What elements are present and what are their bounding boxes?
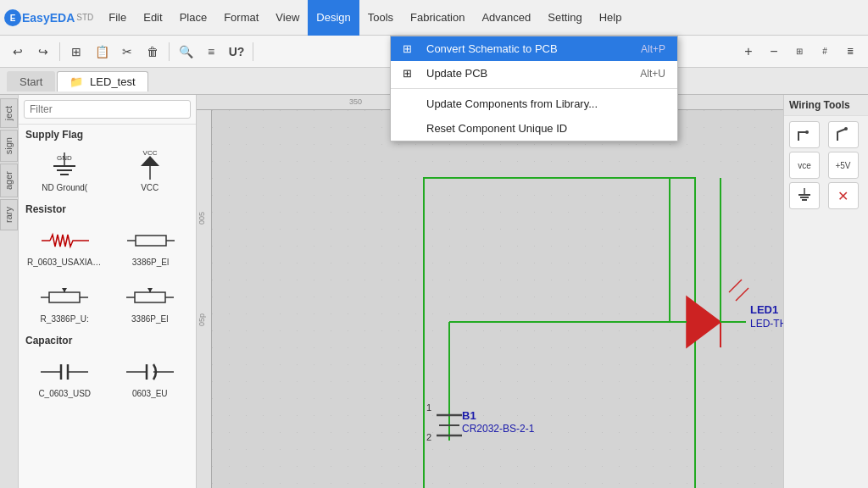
left-tab-manager[interactable]: ager: [0, 164, 18, 197]
app-logo: E EasyEDA STD: [3, 8, 93, 27]
convert-schematic-icon: ⊞: [403, 42, 420, 55]
svg-text:CR2032-BS-2-1: CR2032-BS-2-1: [462, 423, 535, 435]
menu-edit[interactable]: Edit: [135, 0, 170, 36]
wiring-btn-close[interactable]: ✕: [828, 182, 859, 209]
menu-view[interactable]: View: [267, 0, 308, 36]
tab-led-test-label: LED_test: [90, 75, 135, 88]
filter-input[interactable]: [24, 100, 191, 119]
update-pcb-label: Update PCB: [426, 67, 640, 80]
supply-flag-grid: GND ND Ground( VCC VCC: [19, 142, 196, 199]
tab-led-test[interactable]: 📁 LED_test: [57, 71, 147, 92]
menu-place[interactable]: Place: [171, 0, 216, 36]
section-capacitor: Capacitor: [19, 330, 196, 348]
toolbar-cut[interactable]: ✂: [115, 40, 139, 64]
vce-label: vce: [798, 161, 811, 170]
component-c-0603-eu[interactable]: 0603_EU: [109, 352, 192, 402]
5v-label: +5V: [835, 161, 850, 170]
r-0603-us-symbol: [40, 224, 91, 258]
toolbar-copy[interactable]: ⊞: [64, 40, 88, 64]
convert-schematic-label: Convert Schematic to PCB: [426, 42, 641, 55]
menu-help[interactable]: Help: [591, 0, 631, 36]
dropdown-update-pcb[interactable]: ⊞ Update PCB Alt+U: [391, 61, 677, 86]
filter-area: [19, 95, 196, 125]
canvas-area[interactable]: 350 005 05p B1 CR2032-BS-2-1: [197, 95, 783, 488]
svg-text:GND: GND: [57, 154, 72, 162]
ruler-mark-350: 350: [349, 97, 362, 106]
r-axial-symbol: [125, 224, 176, 258]
vcc-label: VCC: [141, 183, 159, 192]
component-c-0603-us[interactable]: C_0603_USD: [24, 352, 106, 402]
wiring-btn-vce[interactable]: vce: [789, 152, 820, 179]
svg-marker-8: [141, 156, 159, 166]
toolbar-fit[interactable]: ⊞: [787, 40, 811, 64]
menu-fabrication[interactable]: Fabrication: [402, 0, 473, 36]
toolbar-paste[interactable]: 📋: [90, 40, 114, 64]
r-3386p-u-label: R_3386P_U:: [41, 314, 89, 324]
dropdown-convert-schematic[interactable]: ⊞ Convert Schematic to PCB Alt+P: [391, 36, 677, 61]
menu-file[interactable]: File: [100, 0, 135, 36]
app-name: EasyEDA: [22, 11, 75, 25]
toolbar-zoom-in[interactable]: +: [737, 40, 760, 64]
c-0603-us-label: C_0603_USD: [38, 389, 91, 398]
toolbar-search[interactable]: 🔍: [174, 40, 198, 64]
wiring-btn-corner[interactable]: [789, 121, 820, 148]
menu-tools[interactable]: Tools: [359, 0, 402, 36]
component-panel: Supply Flag GND ND Ground(: [19, 95, 197, 488]
menu-advanced[interactable]: Advanced: [473, 0, 539, 36]
toolbar-zoom-out[interactable]: −: [762, 40, 786, 64]
menu-design[interactable]: Design: [308, 0, 359, 36]
wiring-btn-bus[interactable]: [828, 121, 859, 148]
component-vcc[interactable]: VCC VCC: [109, 146, 192, 196]
toolbar-sep1: [59, 42, 60, 61]
component-r-axial[interactable]: 3386P_El: [110, 220, 191, 270]
toolbar-align[interactable]: ≡: [199, 40, 223, 64]
component-r-3386p-e[interactable]: 3386P_El: [109, 277, 192, 327]
wiring-panel-title: Wiring Tools: [784, 95, 868, 116]
menu-format[interactable]: Format: [215, 0, 267, 36]
wiring-panel: Wiring Tools vce +5V: [783, 95, 868, 488]
toolbar-redo[interactable]: ↪: [31, 40, 55, 64]
toolbar-layer[interactable]: ≣: [838, 40, 862, 64]
svg-text:LED-TH-5mm: LED-TH-5mm: [750, 318, 783, 330]
app-variant: STD: [76, 13, 93, 22]
ruler-mark-v1: 005: [198, 212, 206, 225]
toolbar-sep3: [253, 42, 253, 61]
corner-wire-icon: [795, 125, 814, 144]
r-3386p-u-symbol: [39, 280, 90, 314]
left-tab-design[interactable]: sign: [0, 130, 18, 162]
svg-text:1: 1: [426, 402, 431, 413]
r-0603-us-label: R_0603_USAXIAL-0.4_: [27, 258, 103, 267]
dropdown-reset-id[interactable]: Reset Component Unique ID: [391, 116, 677, 141]
component-r-3386p-u[interactable]: R_3386P_U:: [24, 277, 106, 327]
svg-rect-21: [135, 292, 165, 302]
update-components-label: Update Components from Library...: [426, 97, 665, 110]
component-r-0603-us[interactable]: R_0603_USAXIAL-0.4_: [24, 220, 107, 270]
tab-start[interactable]: Start: [7, 71, 55, 92]
update-pcb-icon: ⊞: [403, 67, 420, 80]
resistor-grid2: R_3386P_U: 3386P_El: [19, 274, 196, 330]
component-gnd[interactable]: GND ND Ground(: [24, 146, 106, 196]
wiring-btn-gnd[interactable]: [789, 182, 820, 209]
r-3386p-e-label: 3386P_El: [131, 314, 168, 324]
menu-setting[interactable]: Setting: [539, 0, 590, 36]
svg-point-60: [844, 127, 848, 130]
toolbar-undo[interactable]: ↩: [6, 40, 30, 64]
left-tab-project[interactable]: ject: [0, 98, 18, 128]
toolbar-delete[interactable]: 🗑: [141, 40, 164, 64]
tab-start-label: Start: [19, 75, 42, 88]
convert-schematic-shortcut: Alt+P: [641, 43, 665, 55]
dropdown-update-components[interactable]: Update Components from Library...: [391, 92, 677, 116]
toolbar-uquestion[interactable]: U?: [225, 40, 248, 64]
left-tab-strip: ject sign ager rary: [0, 95, 19, 488]
wiring-btn-5v[interactable]: +5V: [828, 152, 859, 179]
dropdown-separator: [391, 88, 677, 89]
gnd-symbol: GND: [39, 149, 90, 183]
svg-text:LED1: LED1: [750, 303, 778, 316]
c-0603-us-symbol: [39, 355, 90, 389]
left-tab-library[interactable]: rary: [0, 199, 18, 230]
c-0603-eu-symbol: [125, 355, 175, 389]
bus-wire-icon: [834, 125, 853, 144]
toolbar-grid[interactable]: #: [813, 40, 837, 64]
svg-rect-16: [49, 292, 80, 302]
tab-led-test-icon: 📁: [70, 75, 83, 88]
